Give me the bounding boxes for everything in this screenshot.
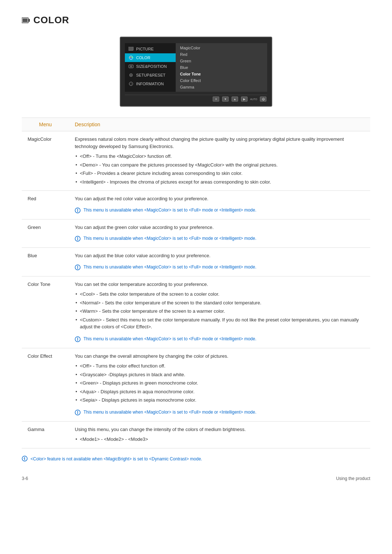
note-text-green: This menu is unavailable when <MagicColo… bbox=[83, 235, 256, 242]
footer-note-icon bbox=[22, 456, 28, 461]
note-blue: This menu is unavailable when <MagicColo… bbox=[75, 262, 364, 272]
list-item: <Custom> - Select this menu to set the c… bbox=[75, 316, 364, 331]
menu-cell-magiccolor: MagicColor bbox=[22, 131, 69, 191]
osd-item-info: i INFORMATION bbox=[125, 79, 176, 88]
color-section-icon bbox=[22, 17, 30, 24]
page-label: Using the product bbox=[336, 476, 370, 481]
size-icon bbox=[128, 64, 134, 69]
note-color_effect: This menu is unavailable when <MagicColo… bbox=[75, 407, 364, 417]
osd-left-panel: PICTURE COLOR bbox=[125, 43, 176, 92]
table-row: Color ToneYou can set the color temperat… bbox=[22, 276, 370, 348]
page-footer: 3-6 Using the product bbox=[22, 473, 370, 481]
osd-label-color: COLOR bbox=[136, 56, 150, 60]
note-icon-green bbox=[75, 236, 81, 242]
osd-right-panel: MagicColor Red Green Blue Color Tone Col… bbox=[176, 43, 267, 92]
svg-rect-4 bbox=[129, 47, 133, 50]
osd-sub-gamma: Gamma bbox=[180, 84, 263, 90]
col-header-menu: Menu bbox=[22, 118, 69, 131]
color-osd-icon bbox=[128, 55, 134, 60]
picture-icon bbox=[128, 46, 134, 52]
desc-cell-color_effect: You can change the overall atmosphere by… bbox=[69, 348, 370, 421]
menu-cell-red: Red bbox=[22, 191, 69, 219]
svg-point-8 bbox=[130, 58, 132, 59]
list-item: <Aqua> - Displays pictures in aqua monoc… bbox=[75, 387, 364, 396]
osd-btn-power: ⏻ bbox=[260, 97, 266, 102]
table-header-row: Menu Description bbox=[22, 118, 370, 131]
osd-btn-down: ▼ bbox=[222, 97, 229, 102]
desc-cell-green: You can adjust the green color value acc… bbox=[69, 219, 370, 248]
note-red: This menu is unavailable when <MagicColo… bbox=[75, 205, 364, 215]
note-icon-red bbox=[75, 208, 81, 213]
table-row: MagicColorExpresses natural colors more … bbox=[22, 131, 370, 191]
note-text-color_effect: This menu is unavailable when <MagicColo… bbox=[83, 409, 256, 415]
desc-intro-magiccolor: Expresses natural colors more clearly wi… bbox=[75, 136, 364, 150]
note-icon-color_tone bbox=[75, 336, 81, 342]
osd-menu: PICTURE COLOR bbox=[125, 43, 267, 92]
note-text-color_tone: This menu is unavailable when <MagicColo… bbox=[83, 336, 256, 342]
list-item: <Off> - Turns the color effect function … bbox=[75, 362, 364, 370]
table-row: RedYou can adjust the red color value ac… bbox=[22, 191, 370, 219]
osd-sub-colortone: Color Tone bbox=[180, 71, 263, 77]
osd-btn-x: ✕ bbox=[213, 97, 219, 102]
svg-rect-2 bbox=[29, 19, 30, 22]
desc-list-gamma: <Mode1> - <Mode2> - <Mode3> bbox=[75, 435, 364, 444]
note-color_tone: This menu is unavailable when <MagicColo… bbox=[75, 334, 364, 344]
desc-cell-gamma: Using this menu, you can change the inte… bbox=[69, 421, 370, 448]
desc-intro-green: You can adjust the green color value acc… bbox=[75, 224, 364, 231]
desc-list-color_tone: <Cool> - Sets the color temperature of t… bbox=[75, 290, 364, 331]
osd-item-size: SIZE&POSITION bbox=[125, 62, 176, 71]
note-green: This menu is unavailable when <MagicColo… bbox=[75, 234, 364, 243]
note-icon-color_effect bbox=[75, 410, 81, 415]
list-item: <Green> - Displays pictures in green mon… bbox=[75, 379, 364, 387]
osd-sub-green: Green bbox=[180, 58, 263, 64]
note-icon-blue bbox=[75, 264, 81, 270]
table-row: Color EffectYou can change the overall a… bbox=[22, 348, 370, 421]
osd-sub-magiccolor: MagicColor bbox=[180, 45, 263, 51]
page-title: COLOR bbox=[33, 15, 69, 26]
osd-sub-blue: Blue bbox=[180, 64, 263, 71]
table-row: GammaUsing this menu, you can change the… bbox=[22, 421, 370, 448]
list-item: <Normal> - Sets the color temperature of… bbox=[75, 299, 364, 307]
menu-cell-blue: Blue bbox=[22, 248, 69, 276]
svg-point-13 bbox=[131, 75, 132, 76]
osd-item-picture: PICTURE bbox=[125, 45, 176, 53]
svg-text:i: i bbox=[131, 83, 132, 85]
content-table: Menu Description MagicColorExpresses nat… bbox=[22, 118, 370, 448]
osd-item-color: COLOR bbox=[125, 53, 176, 62]
desc-intro-blue: You can adjust the blue color value acco… bbox=[75, 252, 364, 259]
desc-list-color_effect: <Off> - Turns the color effect function … bbox=[75, 362, 364, 405]
desc-cell-red: You can adjust the red color value accor… bbox=[69, 191, 370, 219]
list-item: <Off> - Turns the <MagicColor> function … bbox=[75, 152, 364, 161]
note-text-blue: This menu is unavailable when <MagicColo… bbox=[83, 264, 256, 270]
desc-cell-magiccolor: Expresses natural colors more clearly wi… bbox=[69, 131, 370, 191]
svg-rect-1 bbox=[23, 19, 28, 22]
osd-label-setup: SETUP&RESET bbox=[136, 73, 166, 77]
osd-btn-enter: ▶ bbox=[241, 97, 248, 102]
page-number: 3-6 bbox=[22, 476, 28, 481]
footer-note-text: <Color> feature is not available when <M… bbox=[30, 456, 202, 462]
list-item: <Intelligent> - Improves the chroma of p… bbox=[75, 178, 364, 186]
note-text-red: This menu is unavailable when <MagicColo… bbox=[83, 207, 256, 213]
table-row: BlueYou can adjust the blue color value … bbox=[22, 248, 370, 276]
osd-label-size: SIZE&POSITION bbox=[136, 64, 167, 69]
osd-label-information: INFORMATION bbox=[136, 82, 164, 86]
desc-cell-blue: You can adjust the blue color value acco… bbox=[69, 248, 370, 276]
list-item: <Sepia> - Displays pictures in sepia mon… bbox=[75, 396, 364, 405]
list-item: <Full> - Provides a clearer picture incl… bbox=[75, 169, 364, 178]
menu-cell-color_effect: Color Effect bbox=[22, 348, 69, 421]
list-item: <Mode1> - <Mode2> - <Mode3> bbox=[75, 435, 364, 444]
col-header-desc: Description bbox=[69, 118, 370, 131]
desc-cell-color_tone: You can set the color temperature accord… bbox=[69, 276, 370, 348]
list-item: <Cool> - Sets the color temperature of t… bbox=[75, 290, 364, 299]
menu-cell-green: Green bbox=[22, 219, 69, 248]
list-item: <Warm> - Sets the color temperature of t… bbox=[75, 307, 364, 316]
page-header: COLOR bbox=[22, 15, 370, 26]
desc-list-magiccolor: <Off> - Turns the <MagicColor> function … bbox=[75, 152, 364, 186]
desc-intro-gamma: Using this menu, you can change the inte… bbox=[75, 426, 364, 433]
desc-intro-color_effect: You can change the overall atmosphere by… bbox=[75, 353, 364, 360]
list-item: <Demo> - You can compare the pictures pr… bbox=[75, 161, 364, 169]
osd-btn-up: ▲ bbox=[232, 97, 238, 102]
setup-icon bbox=[128, 73, 134, 78]
monitor-screen: PICTURE COLOR bbox=[120, 37, 272, 107]
table-row: GreenYou can adjust the green color valu… bbox=[22, 219, 370, 248]
